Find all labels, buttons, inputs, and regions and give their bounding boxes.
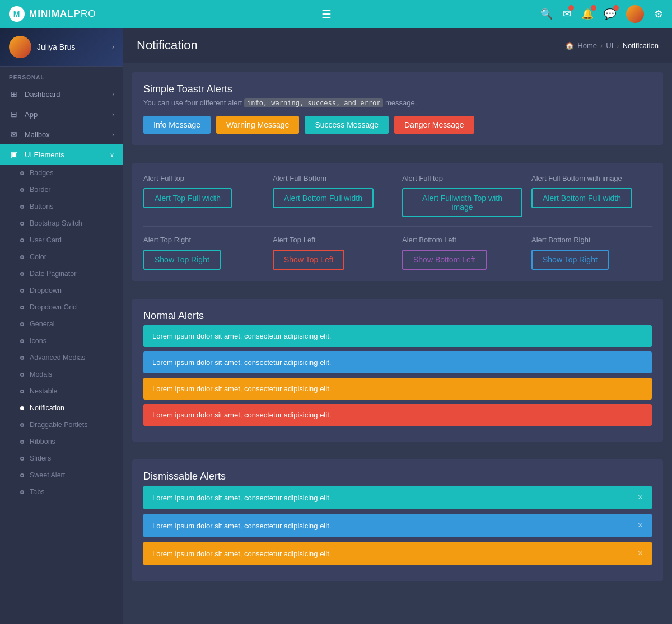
warning-message-button[interactable]: Warning Message bbox=[216, 116, 299, 134]
sidebar-sub-draggable-portlets[interactable]: Draggable Portlets bbox=[0, 416, 123, 433]
sidebar-sub-user-card[interactable]: User Card bbox=[0, 232, 123, 248]
section-divider bbox=[143, 226, 652, 227]
sidebar-sub-border[interactable]: Border bbox=[0, 181, 123, 198]
sidebar-sub-buttons[interactable]: Buttons bbox=[0, 198, 123, 215]
dot-icon bbox=[20, 306, 24, 309]
email-icon[interactable]: ✉ bbox=[563, 8, 571, 20]
sidebar-sub-dropdown[interactable]: Dropdown bbox=[0, 282, 123, 299]
chat-icon[interactable]: 💬 bbox=[604, 8, 616, 20]
sidebar-sub-date-paginator[interactable]: Date Paginator bbox=[0, 265, 123, 282]
dismissable-alert-teal: Lorem ipsum dolor sit amet, consectetur … bbox=[143, 486, 652, 509]
alert-col-title: Alert Top Left bbox=[273, 236, 393, 244]
dot-icon bbox=[20, 188, 24, 192]
sidebar-sub-ribbons[interactable]: Ribbons bbox=[0, 433, 123, 450]
home-icon: 🏠 bbox=[565, 41, 574, 50]
user-arrow-icon: › bbox=[112, 43, 114, 51]
avatar[interactable] bbox=[626, 5, 644, 23]
simple-toastr-desc: You can use four different alert info, w… bbox=[143, 98, 652, 107]
sidebar-sub-color[interactable]: Color bbox=[0, 248, 123, 265]
normal-alert-red: Lorem ipsum dolor sit amet, consectetur … bbox=[143, 404, 652, 426]
dot-icon bbox=[20, 390, 24, 393]
chat-badge bbox=[613, 5, 619, 11]
show-top-right-button2[interactable]: Show Top Right bbox=[531, 250, 609, 270]
sidebar-sub-modals[interactable]: Modals bbox=[0, 366, 123, 383]
sidebar-item-label: App bbox=[25, 110, 38, 119]
dismissable-alert-blue: Lorem ipsum dolor sit amet, consectetur … bbox=[143, 514, 652, 537]
info-message-button[interactable]: Info Message bbox=[143, 116, 211, 134]
user-avatar bbox=[9, 36, 31, 58]
sidebar-user[interactable]: Juliya Brus › bbox=[0, 28, 123, 67]
search-icon[interactable]: 🔍 bbox=[540, 8, 553, 20]
logo-icon: M bbox=[9, 6, 25, 22]
alert-positions-grid2: Alert Top Right Show Top Right Alert Top… bbox=[143, 236, 652, 270]
sidebar: Juliya Brus › PERSONAL ⊞ Dashboard › ⊟ A… bbox=[0, 28, 123, 624]
sidebar-sub-advanced-medias[interactable]: Advanced Medias bbox=[0, 349, 123, 366]
sidebar-sub-sliders[interactable]: Sliders bbox=[0, 450, 123, 467]
mailbox-arrow-icon: › bbox=[112, 131, 114, 138]
dismissable-alerts-title: Dismissable Alerts bbox=[143, 471, 652, 482]
show-bottom-left-button[interactable]: Show Bottom Left bbox=[402, 250, 487, 270]
alert-positions-grid1: Alert Full top Alert Top Full width Aler… bbox=[143, 174, 652, 217]
sidebar-item-label: Dashboard bbox=[25, 90, 60, 98]
dot-icon bbox=[20, 272, 24, 276]
alert-positions-section1: Alert Full top Alert Top Full width Aler… bbox=[132, 163, 663, 281]
dot-icon bbox=[20, 490, 24, 494]
bell-badge bbox=[591, 5, 596, 11]
main-content: Notification 🏠 Home › UI › Notification … bbox=[123, 28, 672, 624]
dot-icon bbox=[20, 423, 24, 427]
alert-top-full-width-button[interactable]: Alert Top Full width bbox=[143, 188, 232, 208]
sidebar-sub-badges[interactable]: Badges bbox=[0, 165, 123, 181]
toastr-buttons: Info Message Warning Message Success Mes… bbox=[143, 116, 652, 134]
breadcrumb: 🏠 Home › UI › Notification bbox=[565, 41, 659, 50]
breadcrumb-home[interactable]: Home bbox=[577, 41, 597, 50]
dashboard-icon: ⊞ bbox=[9, 90, 19, 98]
main-layout: Juliya Brus › PERSONAL ⊞ Dashboard › ⊟ A… bbox=[0, 28, 672, 624]
sidebar-sub-nestable[interactable]: Nestable bbox=[0, 383, 123, 400]
page-title: Notification bbox=[137, 38, 198, 53]
dot-icon bbox=[20, 339, 24, 343]
bell-icon[interactable]: 🔔 bbox=[581, 8, 594, 20]
sidebar-item-ui-elements[interactable]: ▣ UI Elements ∨ bbox=[0, 144, 123, 165]
sidebar-sub-dropdown-grid[interactable]: Dropdown Grid bbox=[0, 299, 123, 316]
dismiss-button-teal[interactable]: × bbox=[638, 492, 643, 503]
dismiss-button-blue[interactable]: × bbox=[638, 520, 643, 531]
sidebar-sub-bootstrap-switch[interactable]: Bootstrap Switch bbox=[0, 215, 123, 232]
alert-fullwidth-top-image-button[interactable]: Alert Fullwidth Top with image bbox=[402, 188, 522, 217]
sidebar-sub-general[interactable]: General bbox=[0, 316, 123, 332]
breadcrumb-current: Notification bbox=[623, 41, 659, 50]
brand-logo[interactable]: M MINIMALPRO bbox=[9, 6, 96, 22]
dismiss-button-yellow[interactable]: × bbox=[638, 548, 643, 559]
alert-col-title: Alert Full Bottom with image bbox=[531, 174, 652, 182]
sidebar-sub-notification[interactable]: Notification bbox=[0, 400, 123, 416]
show-top-right-button1[interactable]: Show Top Right bbox=[143, 250, 221, 270]
email-badge bbox=[568, 5, 574, 11]
simple-toastr-title: Simple Toastr Alerts bbox=[143, 83, 652, 95]
normal-alert-yellow: Lorem ipsum dolor sit amet, consectetur … bbox=[143, 378, 652, 400]
dot-icon bbox=[20, 289, 24, 293]
sidebar-item-app[interactable]: ⊟ App › bbox=[0, 104, 123, 124]
settings-icon[interactable]: ⚙ bbox=[654, 8, 663, 20]
sidebar-sub-sweet-alert[interactable]: Sweet Alert bbox=[0, 467, 123, 484]
section-label: PERSONAL bbox=[0, 67, 123, 84]
alert-col-title: Alert Full top bbox=[402, 174, 522, 182]
dot-icon bbox=[20, 373, 24, 377]
sidebar-sub-tabs[interactable]: Tabs bbox=[0, 484, 123, 500]
alert-bottom-full-width-image-button[interactable]: Alert Bottom Full width bbox=[531, 188, 632, 208]
sidebar-item-mailbox[interactable]: ✉ Mailbox › bbox=[0, 124, 123, 144]
dot-icon bbox=[20, 322, 24, 326]
alert-bottom-full-width-button[interactable]: Alert Bottom Full width bbox=[273, 188, 374, 208]
alert-col-title: Alert Full Bottom bbox=[273, 174, 393, 182]
topnav-right: 🔍 ✉ 🔔 💬 ⚙ bbox=[540, 5, 663, 23]
ui-elements-icon: ▣ bbox=[9, 150, 19, 159]
success-message-button[interactable]: Success Message bbox=[305, 116, 389, 134]
danger-message-button[interactable]: Danger Message bbox=[394, 116, 474, 134]
dot-icon bbox=[20, 356, 24, 360]
hamburger-button[interactable]: ☰ bbox=[321, 7, 332, 21]
sidebar-item-dashboard[interactable]: ⊞ Dashboard › bbox=[0, 84, 123, 104]
breadcrumb-section[interactable]: UI bbox=[606, 41, 613, 50]
dot-icon bbox=[20, 473, 24, 477]
normal-alert-blue: Lorem ipsum dolor sit amet, consectetur … bbox=[143, 351, 652, 373]
show-top-left-button[interactable]: Show Top Left bbox=[273, 250, 344, 270]
sidebar-sub-icons[interactable]: Icons bbox=[0, 332, 123, 349]
normal-alerts-section: Normal Alerts Lorem ipsum dolor sit amet… bbox=[132, 299, 663, 442]
